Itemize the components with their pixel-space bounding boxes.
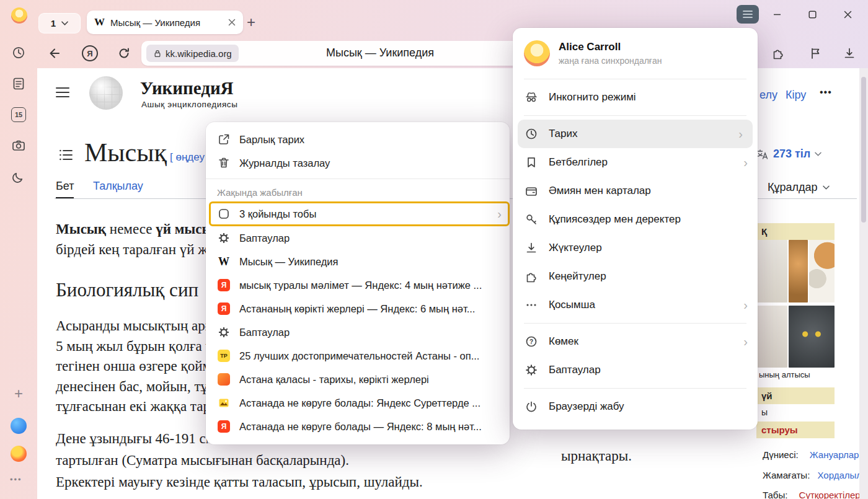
yandex-images-icon xyxy=(217,397,231,409)
site-orange-icon xyxy=(218,373,230,386)
scrollbar-thumb[interactable] xyxy=(861,77,866,223)
taxonomy-label: Жамағаты: xyxy=(763,470,810,480)
menu-item-quit-browser[interactable]: Браузерді жабу xyxy=(513,392,758,421)
menu-item-passwords[interactable]: Құпиясөздер мен деректер xyxy=(513,205,758,234)
wiki-more-icon[interactable]: ••• xyxy=(820,87,832,98)
wiki-wordmark[interactable]: УикипедиЯ xyxy=(140,78,234,99)
trash-icon xyxy=(217,156,231,170)
signup-link-partial[interactable]: елу xyxy=(760,89,777,102)
profile-header[interactable]: Alice Carroll жаңа ғана синхрондалған xyxy=(513,29,758,75)
recent-item-settings[interactable]: Баптаулар xyxy=(206,226,510,250)
tab-close-icon[interactable] xyxy=(228,19,236,26)
section-heading: Биологиялық сип xyxy=(56,279,198,301)
sidebar-yandex-app-icon[interactable] xyxy=(11,446,27,462)
menu-item-wallet[interactable]: Әмиян мен карталар xyxy=(513,177,758,205)
chevron-down-icon xyxy=(823,185,830,190)
tab-talk[interactable]: Талқылау xyxy=(93,180,143,197)
tab-article[interactable]: Бет xyxy=(56,180,74,199)
paragraph-3-fragment: ырнақтары. xyxy=(561,446,632,467)
sidebar-screenshot-icon[interactable] xyxy=(11,138,26,153)
taxonomy-value-link[interactable]: Жануарлар xyxy=(810,449,859,460)
browser-menu-button[interactable] xyxy=(737,5,759,24)
menu-item-help[interactable]: ? Көмек › xyxy=(513,327,758,356)
sidebar-add-panel-button[interactable]: + xyxy=(11,386,26,401)
menu-item-settings[interactable]: Баптаулар xyxy=(513,356,758,384)
more-dots-icon xyxy=(524,298,539,312)
back-button[interactable] xyxy=(47,46,62,61)
minimize-button[interactable] xyxy=(766,5,787,24)
recent-item-tripadvisor[interactable]: ТР 25 лучших достопримечательностей Аста… xyxy=(206,344,510,368)
wallet-icon xyxy=(524,184,539,198)
browser-window: 1 W Мысық — Уикипедия + Я kk.wikip xyxy=(0,0,868,499)
tab-count: 1 xyxy=(51,18,56,29)
recent-item-yandex-search[interactable]: Я мысық туралы мәлімет — Яндекс: 4 мың н… xyxy=(206,273,510,297)
taxobox-sci-row-partial: стыруы xyxy=(756,422,835,438)
login-link[interactable]: Кіру xyxy=(786,89,806,102)
recent-item-settings[interactable]: Баптаулар xyxy=(206,320,510,344)
close-button[interactable] xyxy=(837,5,858,24)
calendar-number: 15 xyxy=(11,107,26,122)
section-recently-closed: Жақында жабылған xyxy=(206,183,510,201)
downloads-icon[interactable] xyxy=(842,46,857,61)
divider xyxy=(524,388,746,389)
menu-item-all-history[interactable]: Барлық тарих xyxy=(206,128,510,151)
cat-photo-gray[interactable] xyxy=(789,306,835,368)
browser-tab-active[interactable]: W Мысық — Уикипедия xyxy=(87,11,243,34)
sidebar-notes-icon[interactable] xyxy=(11,76,26,91)
menu-item-bookmarks[interactable]: Бетбелгілер › xyxy=(513,148,758,177)
recent-item-yandex-images[interactable]: Астанада не көруге болады: Яндекс Суретт… xyxy=(206,391,510,415)
extensions-puzzle-icon[interactable] xyxy=(771,46,786,61)
url-chip[interactable]: kk.wikipedia.org xyxy=(146,45,239,62)
sidebar-more-icon[interactable]: ••• xyxy=(10,475,22,484)
taxonomy-value-redlink[interactable]: Сүтқоректілер xyxy=(799,490,861,499)
download-icon xyxy=(524,241,539,255)
menu-item-clear-history[interactable]: Журналды тазалау xyxy=(206,151,510,175)
help-icon: ? xyxy=(524,335,539,348)
menu-item-history[interactable]: Тарих › xyxy=(518,120,753,148)
cat-photo-orange[interactable] xyxy=(789,240,808,302)
edit-link[interactable]: [ өңдеу xyxy=(170,151,205,164)
profile-sync-status: жаңа ғана синхрондалған xyxy=(559,56,662,66)
collections-flag-icon[interactable] xyxy=(808,46,823,61)
menu-item-extensions[interactable]: Кеңейтулер xyxy=(513,262,758,291)
profile-avatar[interactable] xyxy=(11,7,27,24)
cat-photo-white[interactable] xyxy=(809,240,835,302)
new-tab-button[interactable]: + xyxy=(247,14,255,31)
sidebar-history-icon[interactable] xyxy=(11,45,26,60)
wikipedia-globe-logo[interactable] xyxy=(89,76,123,110)
taxobox-row-partial-2: ы xyxy=(761,407,768,417)
sidebar-calendar-badge[interactable]: 15 xyxy=(11,107,26,122)
menu-item-more[interactable]: Қосымша › xyxy=(513,291,758,319)
svg-text:?: ? xyxy=(529,338,533,345)
recent-item-yandex-search[interactable]: Я Астананың көрікті жерлері — Яндекс: 6 … xyxy=(206,297,510,320)
key-icon xyxy=(524,213,539,226)
sidebar-dark-mode-moon-icon[interactable] xyxy=(11,170,26,185)
language-button[interactable]: 273 тіл xyxy=(756,148,822,161)
sidebar-yandex-start-icon[interactable] xyxy=(11,418,27,434)
yandex-search-button[interactable]: Я xyxy=(82,45,98,61)
tools-dropdown[interactable]: Құралдар xyxy=(768,181,830,194)
bold-term: Мысық xyxy=(56,221,106,237)
wiki-tagline: Ашық энциклопедиясы xyxy=(141,100,238,109)
chevron-right-icon: › xyxy=(743,335,748,348)
taxonomy-row: Жамағаты: Хордалылар xyxy=(763,470,868,480)
tab-title: Мысық — Уикипедия xyxy=(110,17,223,28)
menu-item-incognito[interactable]: Инкогнито режимі xyxy=(513,83,758,112)
recent-item-site[interactable]: Астана қаласы - тарихы, көрікті жерлері xyxy=(206,368,510,391)
tripadvisor-icon: ТР xyxy=(218,350,230,362)
menu-item-tab-group-highlighted[interactable]: 3 қойынды тобы › xyxy=(209,201,510,226)
cat-photo-partial xyxy=(756,240,787,302)
maximize-button[interactable] xyxy=(802,5,823,24)
paragraph-2: Асыранды мысықтың арғы 5 мың жыл бұрын қ… xyxy=(56,316,221,417)
contents-list-icon[interactable] xyxy=(59,149,73,161)
recent-item-wikipedia[interactable]: W Мысық — Уикипедия xyxy=(206,250,510,273)
menu-item-downloads[interactable]: Жүктеулер xyxy=(513,234,758,262)
reload-button[interactable] xyxy=(117,46,131,61)
power-icon xyxy=(524,400,539,413)
divider xyxy=(524,79,746,79)
wiki-hamburger-icon[interactable] xyxy=(56,87,69,97)
tab-counter[interactable]: 1 xyxy=(38,13,81,33)
tools-label: Құралдар xyxy=(768,181,818,194)
recent-item-yandex-search[interactable]: Я Астанада не көруге болады — Яндекс: 8 … xyxy=(206,415,510,438)
cat-photo-partial-2 xyxy=(756,306,787,368)
